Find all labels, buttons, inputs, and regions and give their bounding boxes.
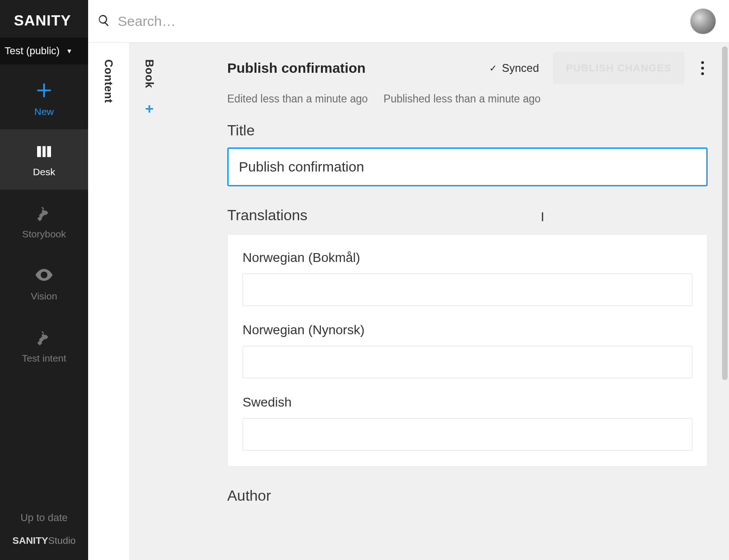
sidebar-item-storybook[interactable]: Storybook — [0, 190, 88, 252]
translation-input-sv[interactable] — [243, 418, 692, 451]
eye-icon — [34, 265, 54, 285]
sidebar-item-new[interactable]: New — [0, 64, 88, 129]
tab-book[interactable]: Book + — [129, 43, 170, 560]
document-header: Publish confirmation ✓ Synced PUBLISH CH… — [170, 43, 729, 84]
document-title: Publish confirmation — [227, 60, 365, 76]
search-icon[interactable] — [97, 14, 110, 29]
sidebar-item-label: Storybook — [22, 229, 66, 240]
sidebar-item-label: New — [34, 106, 54, 117]
sidebar-item-label: Desk — [33, 166, 55, 178]
status-up-to-date: Up to date — [20, 501, 68, 535]
brand-footer: SANITYStudio — [13, 535, 76, 554]
more-menu-icon[interactable] — [701, 67, 704, 70]
translation-field: Swedish — [243, 395, 692, 451]
brand-footer-name: SANITY — [13, 535, 48, 546]
translations-card: Norwegian (Bokmål) Norwegian (Nynorsk) S… — [227, 234, 708, 467]
sidebar-item-desk[interactable]: Desk — [0, 129, 88, 190]
field-label-title: Title — [227, 122, 708, 139]
sidebar: SANITY Test (public) ▼ New Desk Storyboo… — [0, 0, 88, 560]
sync-label: Synced — [502, 62, 539, 75]
document-meta: Edited less than a minute ago Published … — [170, 84, 729, 105]
translation-field: Norwegian (Bokmål) — [243, 250, 692, 306]
sidebar-item-vision[interactable]: Vision — [0, 252, 88, 314]
translation-label: Norwegian (Bokmål) — [243, 250, 692, 265]
document-pane: Publish confirmation ✓ Synced PUBLISH CH… — [170, 43, 729, 560]
plug-icon — [34, 203, 54, 223]
panels: Content Book + Publish confirmation ✓ Sy… — [88, 43, 729, 560]
form: Title Translations Norwegian (Bokmål) No… — [170, 105, 729, 504]
brand-footer-product: Studio — [48, 535, 76, 546]
search-input[interactable] — [118, 13, 683, 29]
scrollbar-thumb[interactable] — [722, 46, 728, 380]
plus-icon[interactable]: + — [145, 100, 154, 117]
topbar — [88, 0, 729, 43]
plus-icon — [34, 80, 54, 101]
avatar[interactable] — [690, 8, 716, 34]
columns-icon — [35, 142, 53, 161]
translation-input-nn[interactable] — [243, 346, 692, 378]
sidebar-item-test-intent[interactable]: Test intent — [0, 314, 88, 376]
scrollbar[interactable] — [720, 43, 729, 560]
plug-icon — [34, 327, 54, 347]
translation-field: Norwegian (Nynorsk) — [243, 323, 692, 378]
check-icon: ✓ — [489, 63, 497, 74]
caret-down-icon: ▼ — [66, 47, 73, 55]
sync-status: ✓ Synced — [489, 62, 539, 75]
published-meta: Published less than a minute ago — [384, 93, 541, 105]
publish-button[interactable]: PUBLISH CHANGES — [553, 52, 684, 84]
field-label-author: Author — [227, 487, 708, 504]
tab-label: Book — [143, 59, 156, 88]
field-label-translations: Translations — [227, 207, 708, 224]
sidebar-item-label: Vision — [31, 291, 58, 302]
sidebar-footer: Up to date SANITYStudio — [0, 501, 88, 560]
title-input[interactable] — [227, 147, 708, 186]
edited-meta: Edited less than a minute ago — [227, 93, 368, 105]
project-selector[interactable]: Test (public) ▼ — [0, 38, 88, 64]
translation-label: Swedish — [243, 395, 692, 410]
translation-label: Norwegian (Nynorsk) — [243, 323, 692, 337]
project-name: Test (public) — [5, 45, 60, 57]
tab-label: Content — [102, 59, 115, 103]
translation-input-nb[interactable] — [243, 274, 692, 306]
main: Content Book + Publish confirmation ✓ Sy… — [88, 0, 729, 560]
sidebar-item-label: Test intent — [22, 353, 66, 364]
brand-logo: SANITY — [0, 0, 88, 38]
tab-content[interactable]: Content — [88, 43, 129, 560]
